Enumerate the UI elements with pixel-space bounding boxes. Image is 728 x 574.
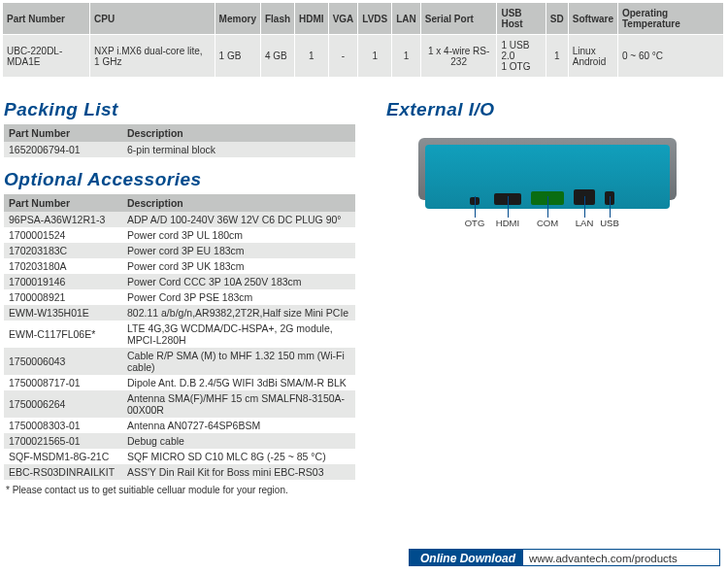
packing-desc: 6-pin terminal block (122, 142, 355, 157)
th-sd: SD (546, 3, 568, 35)
td-lvds: 1 (358, 35, 392, 78)
td-sw: Linux Android (568, 35, 617, 78)
td-flash: 4 GB (260, 35, 294, 78)
accessory-row: SQF-MSDM1-8G-21CSQF MICRO SD C10 MLC 8G … (4, 449, 355, 464)
th-usb: USB Host (497, 3, 546, 35)
accessory-row: 1750008717-01Dipole Ant. D.B 2.4/5G WIFI… (4, 375, 355, 390)
accessory-row: EBC-RS03DINRAILKITASS'Y Din Rail Kit for… (4, 464, 355, 480)
heading-packing-list: Packing List (4, 99, 369, 120)
th-flash: Flash (260, 3, 294, 35)
heading-optional-accessories: Optional Accessories (4, 169, 369, 190)
label-otg: OTG (465, 218, 485, 228)
accessory-row: 1750006264Antenna SMA(F)/MHF 15 cm SMALF… (4, 390, 355, 418)
acc-desc: 802.11 a/b/g/n,AR9382,2T2R,Half size Min… (122, 305, 355, 321)
acc-desc: SQF MICRO SD C10 MLC 8G (-25 ~ 85 °C) (122, 449, 355, 464)
acc-desc: Power cord 3P UL 180cm (122, 227, 355, 243)
acc-pn: SQF-MSDM1-8G-21C (4, 449, 122, 464)
acc-desc: ADP A/D 100-240V 36W 12V C6 DC PLUG 90° (122, 212, 355, 227)
accessory-row: 170203180APower cord 3P UK 183cm (4, 258, 355, 274)
acc-pn: 170203183C (4, 243, 122, 258)
th-temp: Operating Temperature (617, 3, 723, 35)
td-vga: - (328, 35, 358, 78)
td-hdmi: 1 (295, 35, 329, 78)
footer-url[interactable]: www.advantech.com/products (523, 549, 720, 566)
acc-pn: 1750008717-01 (4, 375, 122, 390)
td-mem: 1 GB (215, 35, 260, 78)
label-hdmi: HDMI (496, 218, 519, 228)
acc-pn: 1750006264 (4, 390, 122, 418)
accessory-row: EWM-C117FL06E*LTE 4G,3G WCDMA/DC-HSPA+, … (4, 321, 355, 348)
packing-th-pn: Part Number (4, 124, 122, 142)
acc-pn: 1700008921 (4, 289, 122, 305)
acc-desc: Power cord 3P EU 183cm (122, 243, 355, 258)
ordering-row: UBC-220DL-MDA1E NXP i.MX6 dual-core lite… (3, 35, 724, 78)
th-vga: VGA (328, 3, 358, 35)
acc-desc: Cable R/P SMA (M) to MHF 1.32 150 mm (Wi… (122, 348, 355, 375)
acc-th-desc: Description (122, 194, 355, 212)
acc-pn: EWM-C117FL06E* (4, 321, 122, 348)
td-ser: 1 x 4-wire RS-232 (420, 35, 497, 78)
footer-tag: Online Download (409, 549, 523, 566)
th-ser: Serial Port (420, 3, 497, 35)
acc-pn: EBC-RS03DINRAILKIT (4, 464, 122, 480)
acc-desc: ASS'Y Din Rail Kit for Boss mini EBC-RS0… (122, 464, 355, 480)
th-hdmi: HDMI (295, 3, 329, 35)
accessories-table: Part Number Description 96PSA-A36W12R1-3… (4, 194, 355, 480)
accessory-row: 1700008921Power Cord 3P PSE 183cm (4, 289, 355, 305)
label-usb: USB (600, 218, 619, 228)
acc-desc: Debug cable (122, 433, 355, 449)
packing-table: Part Number Description 1652006794-016-p… (4, 124, 355, 157)
th-pn: Part Number (3, 3, 90, 35)
acc-pn: 170203180A (4, 258, 122, 274)
accessory-row: 1750008303-01Antenna AN0727-64SP6BSM (4, 418, 355, 433)
acc-desc: Power cord 3P UK 183cm (122, 258, 355, 274)
packing-th-desc: Description (122, 124, 355, 142)
accessory-row: 1700021565-01Debug cable (4, 433, 355, 449)
footer-bar: Online Download www.advantech.com/produc… (0, 549, 728, 566)
device-illustration: OTG HDMI COM LAN USB (418, 138, 677, 216)
accessory-row: 1700019146Power Cord CCC 3P 10A 250V 183… (4, 274, 355, 289)
acc-desc: Antenna AN0727-64SP6BSM (122, 418, 355, 433)
acc-desc: Power Cord CCC 3P 10A 250V 183cm (122, 274, 355, 289)
th-sw: Software (568, 3, 617, 35)
acc-pn: 1700019146 (4, 274, 122, 289)
td-lan: 1 (392, 35, 421, 78)
accessory-row: 1700001524Power cord 3P UL 180cm (4, 227, 355, 243)
th-cpu: CPU (90, 3, 215, 35)
acc-pn: 1700021565-01 (4, 433, 122, 449)
accessory-row: 1750006043Cable R/P SMA (M) to MHF 1.32 … (4, 348, 355, 375)
label-com: COM (537, 218, 558, 228)
label-lan: LAN (576, 218, 593, 228)
td-usb: 1 USB 2.0 1 OTG (497, 35, 546, 78)
td-temp: 0 ~ 60 °C (617, 35, 723, 78)
acc-desc: Power Cord 3P PSE 183cm (122, 289, 355, 305)
accessory-row: 170203183CPower cord 3P EU 183cm (4, 243, 355, 258)
acc-pn: 1700001524 (4, 227, 122, 243)
packing-pn: 1652006794-01 (4, 142, 122, 157)
td-pn: UBC-220DL-MDA1E (3, 35, 90, 78)
packing-row: 1652006794-016-pin terminal block (4, 142, 355, 157)
th-mem: Memory (215, 3, 260, 35)
accessory-row: EWM-W135H01E802.11 a/b/g/n,AR9382,2T2R,H… (4, 305, 355, 321)
acc-pn: 1750006043 (4, 348, 122, 375)
acc-th-pn: Part Number (4, 194, 122, 212)
acc-desc: Dipole Ant. D.B 2.4/5G WIFI 3dBi SMA/M-R… (122, 375, 355, 390)
th-lan: LAN (392, 3, 421, 35)
td-cpu: NXP i.MX6 dual-core lite, 1 GHz (90, 35, 215, 78)
ordering-table: Part Number CPU Memory Flash HDMI VGA LV… (2, 2, 724, 78)
th-lvds: LVDS (358, 3, 392, 35)
acc-pn: 96PSA-A36W12R1-3 (4, 212, 122, 227)
heading-external-io: External I/O (386, 99, 712, 120)
acc-pn: EWM-W135H01E (4, 305, 122, 321)
acc-desc: LTE 4G,3G WCDMA/DC-HSPA+, 2G module, MPC… (122, 321, 355, 348)
td-sd: 1 (546, 35, 568, 78)
accessory-row: 96PSA-A36W12R1-3ADP A/D 100-240V 36W 12V… (4, 212, 355, 227)
acc-pn: 1750008303-01 (4, 418, 122, 433)
footnote: * Please contact us to get suitiable cel… (6, 485, 369, 495)
acc-desc: Antenna SMA(F)/MHF 15 cm SMALFN8-3150A-0… (122, 390, 355, 418)
